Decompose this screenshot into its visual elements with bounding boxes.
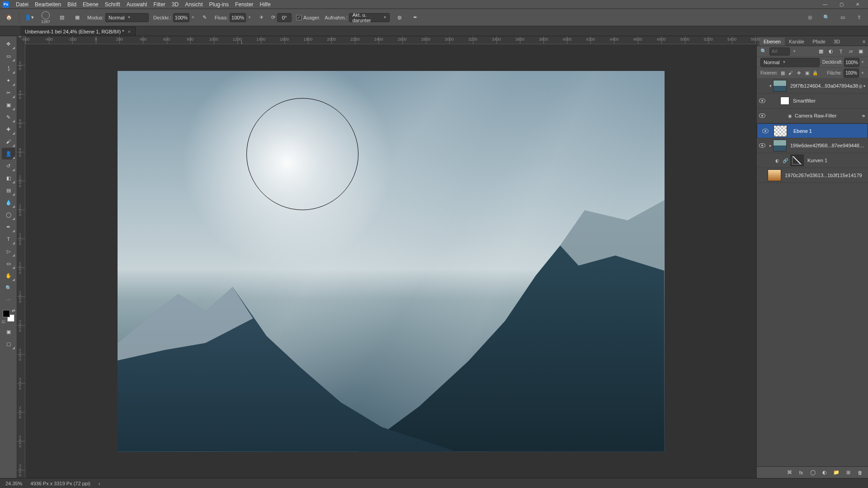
filter-smart-icon[interactable]: ▣ xyxy=(857,48,864,55)
color-swatches[interactable]: ⇄ ◱ xyxy=(2,309,15,323)
menu-filter[interactable]: Filter xyxy=(150,0,169,9)
crop-tool[interactable]: ✂ xyxy=(2,87,15,99)
menu-datei[interactable]: Datei xyxy=(13,0,32,9)
type-tool[interactable]: T xyxy=(2,233,15,245)
gradient-tool[interactable]: ▤ xyxy=(2,184,15,196)
edit-toolbar[interactable]: ⋯ xyxy=(2,294,15,306)
layer-blendmode-select[interactable]: Normal▼ xyxy=(760,58,820,67)
menu-auswahl[interactable]: Auswahl xyxy=(123,0,150,9)
healing-tool[interactable]: ✚ xyxy=(2,123,15,135)
path-select-tool[interactable]: ▷ xyxy=(2,245,15,257)
layer-fill-field[interactable]: 100% xyxy=(844,69,859,78)
blend-mode-select[interactable]: Normal▼ xyxy=(105,13,149,22)
pen-tool[interactable]: ✒ xyxy=(2,221,15,233)
panel-tab-kanäle[interactable]: Kanäle xyxy=(785,38,808,46)
layer-opacity-field[interactable]: 100% xyxy=(844,58,859,67)
ignore-adjustment-toggle[interactable]: ◍ xyxy=(394,12,405,23)
pressure-opacity-toggle[interactable]: ✎ xyxy=(199,12,210,23)
layer-mask-icon[interactable]: ◯ xyxy=(809,469,816,476)
menu-schrift[interactable]: Schrift xyxy=(102,0,123,9)
layer-visibility-toggle[interactable] xyxy=(760,129,771,133)
lasso-tool[interactable]: ⟆ xyxy=(2,62,15,74)
angle-field[interactable]: 0° xyxy=(277,13,292,22)
canvas[interactable] xyxy=(25,44,756,478)
quickmask-toggle[interactable]: ▣ xyxy=(2,326,15,338)
pressure-size-toggle[interactable]: ✒ xyxy=(410,12,420,23)
document-tab[interactable]: Unbenannt-1 bei 24,4% (Ebene 1, RGB/8#) … xyxy=(20,27,136,36)
brush-preset-picker[interactable]: 1287 xyxy=(41,11,50,24)
filter-adjust-icon[interactable]: ◐ xyxy=(827,48,835,55)
clone-stamp-tool[interactable]: 👤 xyxy=(2,148,15,160)
layer-kv[interactable]: ◐🔗Kurven 1 xyxy=(757,153,868,168)
marquee-tool[interactable]: ▭ xyxy=(2,50,15,62)
panel-tab-pfade[interactable]: Pfade xyxy=(808,38,830,46)
flow-field[interactable]: 100% xyxy=(230,13,246,22)
window-maximize[interactable]: ▢ xyxy=(834,0,849,9)
brush-panel-toggle[interactable]: ▧ xyxy=(57,12,67,23)
hand-tool[interactable]: ✋ xyxy=(2,270,15,282)
aligned-checkbox[interactable]: ✓ Ausger. xyxy=(296,15,320,20)
quick-select-tool[interactable]: ✦ xyxy=(2,75,15,86)
lock-pixels-icon[interactable]: 🖌 xyxy=(788,70,794,76)
frame-tool[interactable]: ▣ xyxy=(2,99,15,111)
sample-select[interactable]: Akt. u. darunter▼ xyxy=(349,13,390,22)
panel-menu-icon[interactable]: ≡ xyxy=(860,38,868,46)
lock-artboard-icon[interactable]: ▣ xyxy=(804,70,810,76)
panel-tab-3d[interactable]: 3D xyxy=(830,38,844,46)
search-icon[interactable]: 🔍 xyxy=(821,12,832,23)
layer-visibility-toggle[interactable] xyxy=(757,99,768,103)
layer-filter-input[interactable] xyxy=(769,47,790,56)
brush-tool[interactable]: 🖌 xyxy=(2,136,15,147)
adjustment-layer-icon[interactable]: ◐ xyxy=(821,469,828,476)
foreground-color[interactable] xyxy=(3,310,10,317)
status-arrow[interactable]: › xyxy=(99,481,100,486)
vertical-ruler[interactable]: 0200400600800100012001400160018002000220… xyxy=(17,36,25,478)
eraser-tool[interactable]: ◧ xyxy=(2,172,15,184)
link-layers-icon[interactable]: ⌘ xyxy=(786,469,793,476)
layer-so2[interactable]: ▸199e6dee42f968...87ee94944802d xyxy=(757,138,868,153)
layer-visibility-toggle[interactable] xyxy=(757,113,768,118)
filter-type-icon[interactable]: T xyxy=(837,48,844,55)
airbrush-toggle[interactable]: ✈ xyxy=(256,12,267,23)
menu-fenster[interactable]: Fenster xyxy=(232,0,257,9)
delete-layer-icon[interactable]: 🗑 xyxy=(856,469,863,476)
blur-tool[interactable]: 💧 xyxy=(2,197,15,208)
workspace-switcher[interactable]: ▭ xyxy=(837,12,848,23)
layer-so3[interactable]: 1970c267e03613...1b3f115e14179 xyxy=(757,168,868,183)
history-brush-tool[interactable]: ↺ xyxy=(2,160,15,172)
status-zoom[interactable]: 24.35% xyxy=(5,481,22,486)
cloud-docs-icon[interactable]: ◎ xyxy=(805,12,816,23)
home-button[interactable]: 🏠 xyxy=(4,12,14,23)
dodge-tool[interactable]: ◯ xyxy=(2,209,15,221)
panel-tab-ebenen[interactable]: Ebenen xyxy=(760,38,785,46)
tab-close-icon[interactable]: × xyxy=(128,29,131,34)
window-minimize[interactable]: — xyxy=(817,0,833,9)
new-layer-icon[interactable]: ⊞ xyxy=(844,469,852,476)
screenmode-toggle[interactable]: ▢ xyxy=(2,338,15,350)
shape-tool[interactable]: ▭ xyxy=(2,258,15,269)
move-tool[interactable]: ✥ xyxy=(2,38,15,50)
layer-sf[interactable]: Smartfilter xyxy=(757,94,868,108)
layer-fx-icon[interactable]: fx xyxy=(797,469,805,476)
layer-crf[interactable]: ◉Camera Raw-Filter≑ xyxy=(757,108,868,123)
layer-visibility-toggle[interactable] xyxy=(757,143,768,148)
lock-position-icon[interactable]: ✥ xyxy=(796,70,802,76)
eyedropper-tool[interactable]: ✎ xyxy=(2,111,15,123)
lock-all-icon[interactable]: 🔒 xyxy=(812,70,818,76)
window-close[interactable]: ✕ xyxy=(850,0,865,9)
opacity-field[interactable]: 100% xyxy=(173,13,189,22)
filter-pixel-icon[interactable]: ▩ xyxy=(817,48,825,55)
menu-bild[interactable]: Bild xyxy=(64,0,80,9)
menu-bearbeiten[interactable]: Bearbeiten xyxy=(32,0,64,9)
tool-preset-picker[interactable]: 👤▾ xyxy=(24,12,35,23)
horizontal-ruler[interactable]: -600-400-2000200400600800100012001400160… xyxy=(25,36,756,44)
status-dimensions[interactable]: 4936 Px x 3319 Px (72 ppi) xyxy=(30,481,90,486)
filter-shape-icon[interactable]: ▱ xyxy=(847,48,854,55)
layer-e1[interactable]: Ebene 1 xyxy=(757,123,868,138)
default-colors-icon[interactable]: ◱ xyxy=(2,319,5,324)
menu-plug-ins[interactable]: Plug-ins xyxy=(206,0,232,9)
menu-ebene[interactable]: Ebene xyxy=(80,0,102,9)
swap-colors-icon[interactable]: ⇄ xyxy=(12,308,15,313)
menu-3d[interactable]: 3D xyxy=(169,0,182,9)
layer-so1[interactable]: ▾29f7fb124604...93a047894a38◎▾ xyxy=(757,79,868,94)
